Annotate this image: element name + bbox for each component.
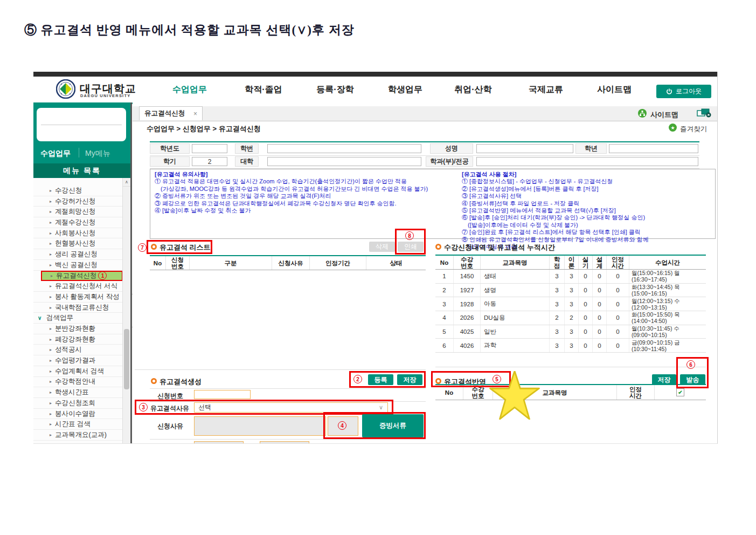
sidebar-item-seasonal-hope[interactable]: ▸계절희망신청 (33, 207, 123, 217)
section-bullet (435, 244, 441, 250)
sidebar-item-timetable-search[interactable]: ▸시간표 검색 (33, 419, 123, 430)
tab-excused-absence[interactable]: 유고결석신청 × (139, 106, 203, 120)
triangle-icon: ▸ (50, 220, 52, 225)
sidebar-item-sugang-permit[interactable]: ▸수강허가신청 (33, 196, 123, 207)
scrollbar-thumb[interactable] (124, 329, 129, 389)
nav-item-student[interactable]: 학생업무 (373, 84, 438, 95)
course-row: 6 4026 과학 3 3 0 0 0 금(09:00~10:15) 금(10:… (435, 339, 706, 353)
apply-table: No 수강 번호 교과목명 인정 시간 ✔ (435, 384, 706, 400)
reason-select-value: 선택 (198, 403, 211, 412)
sidebar-item-blood-donation[interactable]: ▸헌혈봉사신청 (33, 239, 123, 250)
sidebar-item-label: 폐강강좌현황 (55, 335, 95, 344)
delete-button[interactable]: 삭제 (369, 242, 395, 252)
tab-bar: 유고결석신청 × 사이트맵 (133, 106, 717, 121)
sidebar-item-class-status[interactable]: ▸분반강좌현황 (33, 324, 123, 334)
col-header: 실 기 (579, 256, 593, 269)
triangle-icon: ▸ (50, 241, 52, 246)
sidebar-item-excused-absence[interactable]: ▸유고결석신청 1 (41, 271, 123, 282)
sidebar-item-label: 수강학점안내 (55, 377, 95, 386)
notice-line: ④ [증빙서류]선택 후 파일 업로드 - 저장 클릭 (462, 200, 712, 207)
col-header: 신청사유 (272, 256, 310, 270)
nav-item-registration[interactable]: 등록·장학 (303, 84, 367, 95)
sidebar-item-syllabus-search[interactable]: ▸수업계획서 검색 (33, 366, 123, 377)
close-icon[interactable]: × (193, 110, 197, 118)
sidebar-item-label: 생리 공결신청 (55, 250, 97, 259)
apply-save-button[interactable]: 저장 (652, 374, 676, 385)
sidebar-item-credit-guide[interactable]: ▸수강학점안내 (33, 377, 123, 388)
scroll-up-icon[interactable]: ∧ (123, 178, 130, 187)
semester-input[interactable] (192, 157, 227, 166)
nav-item-sitemap[interactable]: 사이트맵 (582, 84, 647, 95)
sidebar-item-social-service[interactable]: ▸사회봉사신청 (33, 228, 123, 239)
absence-list-table: No 신청 번호 구분 신청사유 인정기간 상태 (150, 255, 426, 270)
sidebar-item-menstrual-absence[interactable]: ▸생리 공결신청 (33, 249, 123, 260)
cell-no: 1 (435, 270, 454, 283)
grade-input[interactable] (609, 144, 698, 153)
sidebar-item-vaccine-absence[interactable]: ▸백신 공결신청 (33, 260, 123, 271)
period-start-input[interactable]: ▦ (194, 441, 244, 443)
sidebar-item-eval-result[interactable]: ▸수업평가결과 (33, 355, 123, 366)
detail-textarea[interactable] (194, 416, 326, 436)
year-input[interactable] (192, 144, 227, 153)
section-bullet (435, 378, 441, 384)
cell-code: 4025 (454, 325, 481, 339)
annotation-8: 8 (405, 231, 414, 240)
sidebar-item-student-timetable[interactable]: ▸학생시간표 (33, 387, 123, 398)
cell-code: 1928 (454, 297, 481, 311)
app-header: 대구대학교 DAEGU UNIVERSITY 수업업무 학적·졸업 등록·장학 … (33, 77, 717, 104)
sidebar-item-grade-notice[interactable]: ▸성적공시 (33, 345, 123, 356)
sidebar-tab-mymenu[interactable]: My메뉴 (85, 149, 110, 159)
studentno-input[interactable] (267, 144, 421, 153)
sidebar-tab-classwork[interactable]: 수업업무 (40, 149, 71, 159)
triangle-icon: ▸ (50, 305, 52, 310)
sidebar-item-seasonal-sugang[interactable]: ▸계절수강신청 (33, 217, 123, 228)
nav-item-classwork[interactable]: 수업업무 (157, 84, 222, 95)
logout-button[interactable]: 로그아웃 (656, 85, 711, 98)
reason-select[interactable]: 선택 ∨ (194, 402, 388, 413)
evidence-button[interactable]: 증빙서류 (362, 414, 424, 437)
select-all-checkbox[interactable]: ✔ (676, 388, 684, 396)
triangle-icon: ▸ (50, 209, 52, 214)
sidebar-section-search[interactable]: ∨검색업무 (33, 313, 123, 324)
notice-procedure: [유고결석 사용 절차] ① [종합정보시스템] - 수업업무 - 신청업무 -… (462, 171, 712, 250)
sidebar-item-service-plan[interactable]: ▸봉사 활동계획서 작성 (33, 292, 123, 303)
reqno-label: 신청번호 (157, 392, 183, 401)
sidebar-item-sugang-lookup[interactable]: ▸수강신청조회 (33, 398, 123, 409)
sidebar-item-service-record[interactable]: ▸봉사이수열람 (33, 409, 123, 420)
col-header: 수강 번호 (454, 256, 481, 269)
favorite-star-icon[interactable]: ★ (669, 124, 677, 132)
nav-item-international[interactable]: 국제교류 (514, 84, 578, 95)
send-button[interactable]: 발송 (680, 374, 705, 385)
sidebar-item-sugang[interactable]: ▸수강신청 (33, 186, 123, 196)
create-save-button[interactable]: 저장 (397, 374, 422, 385)
cell-design: 0 (593, 311, 607, 325)
nav-item-career[interactable]: 취업·산학 (441, 84, 505, 95)
cell-design: 0 (593, 325, 607, 339)
sidebar-item-course-overview[interactable]: ▸교과목개요(교과) (33, 430, 123, 441)
cell-name: 과학 (481, 339, 550, 352)
sidebar-item-closed-class[interactable]: ▸폐강강좌현황 (33, 334, 123, 345)
close-all-tabs-icon[interactable] (697, 108, 711, 120)
sidebar-item-label: 수강허가신청 (55, 197, 95, 206)
detail-label: 신청사유 (157, 422, 183, 431)
sidebar-item-label: 학생시간표 (55, 388, 89, 397)
college-input[interactable] (267, 157, 421, 166)
calendar-icon[interactable]: ▦ (237, 443, 241, 443)
sidebar-scrollbar[interactable]: ∧ (122, 178, 130, 443)
sidebar-item-domestic-credit[interactable]: ▸국내학점교류신청 (33, 303, 123, 313)
cell-lab: 0 (579, 339, 593, 352)
sitemap-link[interactable]: 사이트맵 (650, 110, 678, 120)
name-input[interactable] (476, 144, 573, 153)
nav-item-records[interactable]: 학적·졸업 (231, 84, 296, 95)
dept-input[interactable] (476, 157, 698, 166)
notice-line: ⑤ [유고결석반영] 메뉴에서 적용할 교과목 선택(√)후 [저장] (462, 207, 712, 214)
sidebar-item-excused-absence-form[interactable]: ▸유고결석신청서 서식 (33, 281, 123, 292)
print-button[interactable]: 인쇄 (398, 242, 424, 252)
calendar-icon[interactable]: ▦ (302, 443, 307, 443)
register-button[interactable]: 등록 (368, 374, 393, 385)
favorite-link[interactable]: 즐겨찾기 (680, 125, 707, 134)
reqno-input[interactable] (194, 390, 251, 399)
col-header: No (150, 256, 166, 270)
sitemap-icon[interactable] (638, 109, 647, 118)
period-end-input[interactable]: ▦ (260, 441, 309, 443)
